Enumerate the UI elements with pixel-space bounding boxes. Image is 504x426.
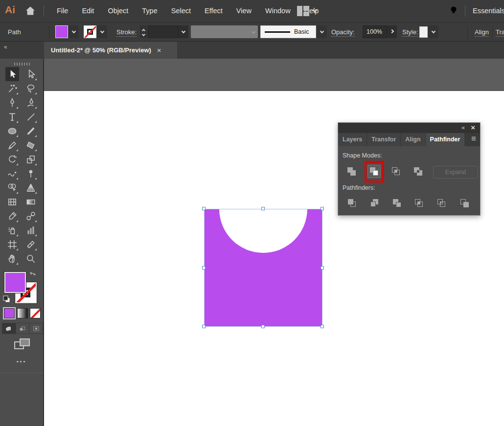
stroke-weight-stepper[interactable] bbox=[140, 25, 147, 38]
selection-handle-bottom-center[interactable] bbox=[261, 325, 265, 328]
type-tool[interactable] bbox=[5, 110, 19, 124]
workspace-switcher[interactable]: Essentials bbox=[473, 0, 504, 22]
dock-collapse-icon[interactable]: « bbox=[4, 44, 7, 50]
blend-tool[interactable] bbox=[24, 209, 38, 223]
panel-menu-icon[interactable]: ≡ bbox=[471, 134, 476, 144]
none-button[interactable] bbox=[30, 308, 41, 318]
unite-button[interactable] bbox=[345, 165, 358, 178]
selection-handle-middle-right[interactable] bbox=[321, 266, 324, 269]
discover-lightbulb-icon[interactable] bbox=[448, 4, 459, 17]
stroke-color-swatch[interactable] bbox=[84, 25, 96, 38]
selection-tool[interactable] bbox=[5, 67, 19, 81]
selection-handle-top-right[interactable] bbox=[321, 207, 324, 210]
opacity-field[interactable]: 100% bbox=[363, 25, 387, 38]
curvature-tool[interactable] bbox=[24, 95, 38, 110]
divide-button[interactable] bbox=[345, 197, 359, 210]
eraser-tool[interactable] bbox=[24, 138, 38, 152]
outline-button[interactable] bbox=[435, 197, 448, 210]
magic-wand-tool[interactable] bbox=[5, 81, 19, 95]
free-transform-tool[interactable] bbox=[24, 152, 38, 166]
opacity-label[interactable]: Opacity: bbox=[331, 28, 355, 37]
column-graph-tool[interactable] bbox=[24, 223, 38, 237]
direct-selection-tool[interactable] bbox=[24, 67, 38, 81]
swap-fill-stroke-icon[interactable] bbox=[29, 270, 38, 278]
menu-view[interactable]: View bbox=[229, 0, 258, 22]
width-tool[interactable] bbox=[5, 166, 19, 180]
draw-behind-icon[interactable] bbox=[16, 323, 30, 334]
gradient-tool[interactable] bbox=[24, 195, 38, 209]
pasteboard[interactable] bbox=[44, 59, 504, 91]
minus-back-button[interactable] bbox=[458, 197, 471, 210]
menu-type[interactable]: Type bbox=[135, 0, 164, 22]
transform-link[interactable]: Tra bbox=[496, 28, 504, 37]
slice-tool[interactable] bbox=[24, 237, 38, 251]
merge-button[interactable] bbox=[390, 197, 404, 210]
gradient-button[interactable] bbox=[17, 308, 28, 318]
graphic-style-chevron-icon[interactable] bbox=[428, 25, 438, 38]
fill-proxy-swatch[interactable] bbox=[4, 272, 26, 293]
exclude-button[interactable] bbox=[412, 165, 425, 178]
panel-close-icon[interactable]: × bbox=[471, 123, 475, 132]
arrange-documents-icon[interactable] bbox=[297, 6, 310, 16]
intersect-button[interactable] bbox=[389, 165, 403, 178]
fill-color-chevron-icon[interactable] bbox=[69, 25, 79, 38]
tab-transform[interactable]: Transfor bbox=[367, 133, 401, 146]
line-segment-tool[interactable] bbox=[24, 110, 38, 124]
align-link[interactable]: Align bbox=[475, 28, 489, 37]
fill-color-swatch[interactable] bbox=[55, 25, 68, 38]
mesh-tool[interactable] bbox=[5, 195, 19, 209]
menu-select[interactable]: Select bbox=[164, 0, 198, 22]
change-screen-mode-icon[interactable] bbox=[14, 338, 31, 351]
stroke-weight-chevron-icon[interactable] bbox=[178, 25, 188, 38]
draw-inside-icon[interactable] bbox=[29, 323, 43, 334]
shape-builder-tool[interactable] bbox=[5, 180, 19, 195]
tab-close-icon[interactable]: × bbox=[157, 46, 161, 54]
home-icon[interactable] bbox=[24, 5, 36, 17]
draw-normal-icon[interactable] bbox=[2, 323, 16, 334]
graphic-style-swatch[interactable] bbox=[419, 26, 428, 38]
menu-effect[interactable]: Effect bbox=[198, 0, 229, 22]
zoom-tool[interactable] bbox=[24, 251, 38, 266]
ellipse-tool[interactable] bbox=[5, 124, 19, 138]
stroke-color-chevron-icon[interactable] bbox=[97, 25, 107, 38]
brush-definition-chevron-icon[interactable] bbox=[317, 25, 327, 38]
paintbrush-tool[interactable] bbox=[24, 124, 38, 138]
menu-object[interactable]: Object bbox=[101, 0, 135, 22]
shaper-tool[interactable] bbox=[5, 138, 19, 152]
pen-tool[interactable] bbox=[5, 95, 19, 110]
menu-edit[interactable]: Edit bbox=[75, 0, 101, 22]
crop-button[interactable] bbox=[412, 197, 426, 210]
hand-tool[interactable] bbox=[5, 251, 19, 266]
selection-handle-top-center[interactable] bbox=[261, 207, 265, 210]
menu-window[interactable]: Window bbox=[258, 0, 298, 22]
perspective-grid-tool[interactable] bbox=[24, 180, 38, 195]
default-fill-stroke-icon[interactable] bbox=[2, 295, 11, 304]
artwork-shape[interactable] bbox=[204, 209, 322, 327]
opacity-expand-icon[interactable] bbox=[387, 25, 397, 38]
selection-handle-bottom-right[interactable] bbox=[321, 325, 324, 328]
eyedropper-tool[interactable] bbox=[5, 209, 19, 223]
panel-collapse-icon[interactable]: « bbox=[461, 124, 464, 131]
document-tab[interactable]: Untitled-2* @ 50% (RGB/Preview) × bbox=[44, 42, 177, 59]
symbol-sprayer-tool[interactable] bbox=[5, 223, 19, 237]
trim-button[interactable] bbox=[368, 197, 381, 210]
selection-handle-top-left[interactable] bbox=[202, 207, 206, 210]
stroke-label[interactable]: Stroke: bbox=[116, 28, 137, 37]
rotate-tool[interactable] bbox=[5, 152, 19, 166]
tab-pathfinder[interactable]: Pathfinder bbox=[426, 133, 465, 146]
edit-toolbar-more-icon[interactable]: ••• bbox=[0, 359, 43, 364]
stroke-weight-field[interactable] bbox=[148, 25, 178, 38]
style-label[interactable]: Style: bbox=[402, 28, 418, 37]
brush-definition-dropdown[interactable]: Basic bbox=[260, 25, 316, 38]
panel-header[interactable]: « × bbox=[338, 123, 480, 133]
selection-handle-bottom-left[interactable] bbox=[202, 325, 206, 328]
selection-handle-middle-left[interactable] bbox=[202, 266, 206, 269]
menu-file[interactable]: File bbox=[50, 0, 75, 22]
tab-layers[interactable]: Layers bbox=[338, 133, 367, 146]
puppet-warp-tool[interactable] bbox=[24, 166, 38, 180]
lasso-tool[interactable] bbox=[24, 81, 38, 95]
artboard-tool[interactable] bbox=[5, 237, 19, 251]
color-button[interactable] bbox=[4, 308, 15, 318]
toolbar-grip[interactable] bbox=[14, 63, 30, 66]
tab-align[interactable]: Align bbox=[401, 133, 425, 146]
